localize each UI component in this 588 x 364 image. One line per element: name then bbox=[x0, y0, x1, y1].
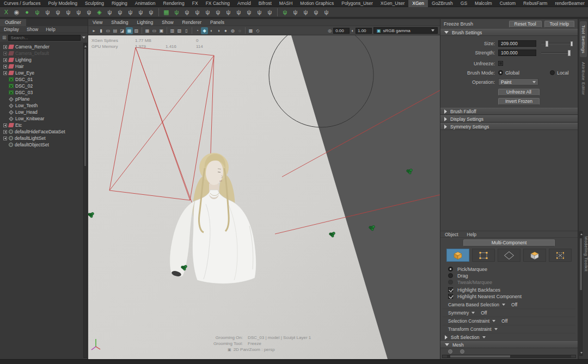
comb-brush-icon[interactable]: ψ bbox=[53, 8, 63, 17]
lock-camera-icon[interactable]: ▮ bbox=[97, 27, 105, 34]
toolkit-option-row[interactable]: Transform Constraint bbox=[443, 325, 575, 334]
grooming-tool-1-icon[interactable]: ψ bbox=[182, 8, 192, 17]
toolkit-option-row[interactable]: Symmetry Off bbox=[443, 309, 575, 317]
outliner-item[interactable]: defaultHideFaceDataSet bbox=[3, 128, 88, 135]
uv-mode-button[interactable] bbox=[549, 249, 572, 262]
cut-brush-icon[interactable]: ψ bbox=[136, 8, 145, 17]
menu-item[interactable]: XGen bbox=[408, 0, 428, 7]
selection-mode-radio[interactable]: Pick/Marquee bbox=[448, 266, 578, 272]
length-brush-icon[interactable]: ψ bbox=[84, 8, 94, 17]
menu-item[interactable]: Polygons_User bbox=[338, 0, 377, 7]
shaded-icon[interactable]: ◆ bbox=[201, 27, 208, 34]
xgen-util-4-icon[interactable]: ψ bbox=[311, 8, 321, 17]
expand-toggle-icon[interactable] bbox=[3, 71, 7, 75]
grooming-tool-8-icon[interactable]: ψ bbox=[255, 8, 264, 17]
grooming-tool-5-icon[interactable]: ψ bbox=[224, 8, 233, 17]
width-brush-icon[interactable]: ψ bbox=[115, 8, 125, 17]
field-chart-icon[interactable]: ▧ bbox=[176, 27, 183, 34]
menu-item[interactable]: GS bbox=[457, 0, 471, 7]
menu-item[interactable]: RebusFarm bbox=[519, 0, 551, 7]
density-brush-icon[interactable]: ψ bbox=[64, 8, 73, 17]
grooming-tool-9-icon[interactable]: ψ bbox=[265, 8, 274, 17]
filter-icon[interactable]: ⊞ bbox=[2, 35, 7, 40]
grooming-tool-7-icon[interactable]: ψ bbox=[244, 8, 254, 17]
reset-tool-button[interactable]: Reset Tool bbox=[509, 21, 542, 28]
menu-item[interactable]: Poly Modeling bbox=[45, 0, 81, 7]
shadows-icon[interactable]: ● bbox=[222, 27, 229, 34]
size-field[interactable] bbox=[498, 40, 536, 47]
select-camera-icon[interactable]: ▸ bbox=[90, 27, 97, 34]
outliner-menu-item[interactable]: Help bbox=[42, 26, 59, 33]
selection-mode-radio[interactable]: Tweak/Marquee bbox=[448, 279, 578, 285]
resolution-gate-icon[interactable]: ▣ bbox=[158, 27, 165, 34]
viewport-menu-item[interactable]: Show bbox=[157, 19, 177, 26]
expand-toggle-icon[interactable] bbox=[3, 45, 7, 49]
shelf-icon[interactable] bbox=[277, 8, 278, 16]
grooming-tool-4-icon[interactable]: ψ bbox=[213, 8, 223, 17]
outliner-item[interactable]: Low_Teeth bbox=[3, 102, 88, 109]
clump-modifier-icon[interactable]: ψ bbox=[126, 8, 135, 17]
operation-dropdown[interactable]: Paint bbox=[498, 78, 538, 85]
expand-toggle-icon[interactable] bbox=[3, 58, 7, 62]
outliner-item[interactable]: Hair bbox=[3, 63, 88, 70]
grease-pencil-icon[interactable]: ▨ bbox=[133, 27, 140, 34]
xgen-util-3-icon[interactable]: ψ bbox=[301, 8, 310, 17]
xgen-preview-icon[interactable]: ◉ bbox=[12, 8, 21, 17]
xgen-groom-icon[interactable]: ● bbox=[22, 8, 32, 17]
tool-help-button[interactable]: Tool Help bbox=[544, 21, 574, 28]
place-guides-icon[interactable]: ψ bbox=[146, 8, 156, 17]
menu-item[interactable]: Curves / Surfaces bbox=[0, 0, 45, 7]
menu-item[interactable]: Rendering bbox=[160, 0, 188, 7]
viewport-menu-item[interactable]: Panels bbox=[206, 19, 229, 26]
expand-toggle-icon[interactable] bbox=[3, 124, 7, 127]
expand-toggle-icon[interactable] bbox=[3, 52, 7, 55]
menu-item[interactable]: FX bbox=[188, 0, 202, 7]
scrollbar-handle[interactable] bbox=[580, 238, 582, 290]
mesh-tool-2-icon[interactable] bbox=[460, 349, 464, 354]
menu-item[interactable]: GoZBrush bbox=[428, 0, 457, 7]
toolkit-menu-item[interactable]: Help bbox=[463, 231, 481, 237]
menu-item[interactable]: Malcolm bbox=[471, 0, 496, 7]
outliner-item[interactable]: DSC_03 bbox=[3, 89, 88, 96]
chevron-down-icon[interactable] bbox=[82, 36, 85, 39]
menu-item[interactable]: FX Caching bbox=[202, 0, 234, 7]
grid-icon[interactable]: ▦ bbox=[144, 27, 151, 34]
outliner-item[interactable]: defaultObjectSet bbox=[3, 141, 88, 148]
mesh-section[interactable]: Mesh bbox=[440, 341, 578, 348]
toolkit-menu-item[interactable]: Object bbox=[440, 231, 463, 237]
expand-toggle-icon[interactable] bbox=[3, 130, 7, 134]
selection-mode-radio[interactable]: Drag bbox=[448, 273, 578, 279]
menu-item[interactable]: Motion Graphics bbox=[296, 0, 338, 7]
search-input[interactable] bbox=[8, 35, 81, 41]
freeze-brush-icon[interactable]: ψ bbox=[74, 8, 83, 17]
outliner-item[interactable]: DSC_01 bbox=[3, 76, 88, 83]
textured-icon[interactable]: ◐ bbox=[208, 27, 215, 34]
ao-icon[interactable]: ◍ bbox=[229, 27, 236, 34]
menu-item[interactable]: Custom bbox=[496, 0, 519, 7]
xgen-util-5-icon[interactable]: ψ bbox=[322, 8, 331, 17]
gamma-icon[interactable]: ◐ bbox=[351, 28, 354, 33]
camera-attributes-icon[interactable]: ▭ bbox=[105, 27, 112, 34]
viewport-menu-item[interactable]: Renderer bbox=[178, 19, 206, 26]
exposure-icon[interactable]: ◎ bbox=[328, 28, 332, 33]
viewport-menu-item[interactable]: Shading bbox=[107, 19, 132, 26]
guides-to-curves-icon[interactable]: ▦ bbox=[162, 8, 171, 17]
outliner-menu-item[interactable]: Show bbox=[23, 26, 42, 33]
scrollbar-handle[interactable] bbox=[84, 49, 86, 166]
menu-item[interactable]: renderBeamer bbox=[551, 0, 588, 7]
tab-attribute-editor[interactable]: Attribute Editor bbox=[580, 58, 587, 99]
outliner-menu-item[interactable]: Display bbox=[0, 26, 23, 33]
viewport-menu-item[interactable]: Lighting bbox=[132, 19, 157, 26]
invert-frozen-button[interactable]: Invert Frozen bbox=[498, 98, 540, 105]
menu-item[interactable]: Animation bbox=[131, 0, 160, 7]
motion-blur-icon[interactable]: ◌ bbox=[236, 27, 243, 34]
safe-action-icon[interactable]: ▯ bbox=[183, 27, 190, 34]
menu-item[interactable]: Arnold bbox=[234, 0, 255, 7]
tab-tool-settings[interactable]: Tool Settings bbox=[580, 21, 587, 57]
expand-toggle-icon[interactable] bbox=[3, 65, 7, 69]
viewport-toolbar-icon[interactable] bbox=[167, 27, 167, 34]
outliner-tab[interactable]: Outliner bbox=[0, 19, 26, 26]
curve-utils-icon[interactable]: ψ bbox=[105, 8, 114, 17]
toolkit-vscrollbar[interactable] bbox=[579, 231, 583, 356]
3d-canvas[interactable]: XGen Splines 1.77 MB 0 GPU Memory 1.979 … bbox=[88, 35, 440, 359]
